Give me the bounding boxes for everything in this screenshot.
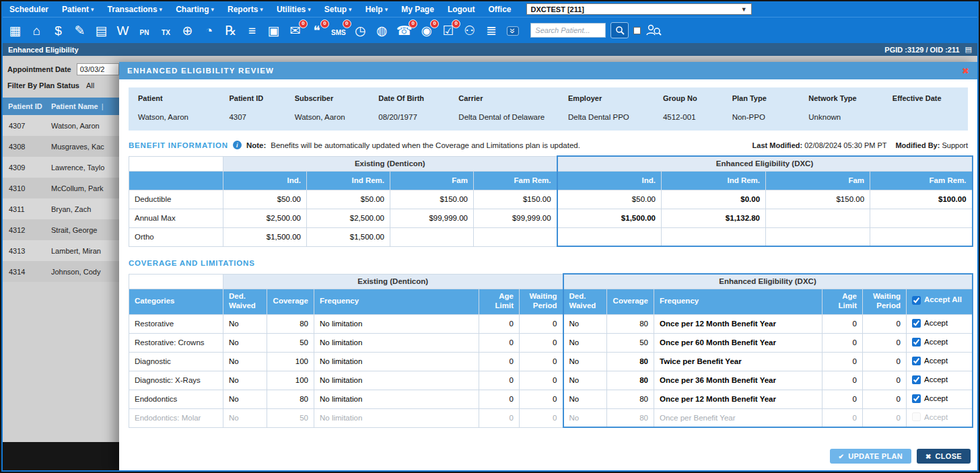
benefit-enhanced-cell <box>557 227 662 246</box>
accept-all-label: Accept All <box>924 295 962 305</box>
update-plan-button[interactable]: ✔ UPDATE PLAN <box>830 449 911 464</box>
search-button[interactable] <box>610 22 629 38</box>
info-field-label: Carrier <box>458 94 561 105</box>
patient-id-header[interactable]: Patient ID <box>3 102 51 110</box>
web-eligibility-icon[interactable]: ◉0 <box>419 24 433 37</box>
patient-row[interactable]: 4307Watson, Aaron <box>3 115 119 136</box>
rx-icon[interactable]: ℞ <box>223 24 238 37</box>
treatment-plan-icon[interactable]: TX <box>159 24 173 37</box>
existing-group-header: Existing (Denticon) <box>223 274 563 289</box>
patient-eligibility-search-icon[interactable] <box>645 24 662 37</box>
info-icon: i <box>233 141 242 149</box>
menu-item-label: Reports <box>228 5 258 14</box>
accept-label: Accept <box>924 319 948 327</box>
accept-checkbox[interactable] <box>912 319 921 328</box>
coverage-enhanced-cell: No <box>563 371 607 390</box>
close-icon[interactable]: ✖ <box>962 66 969 76</box>
patient-table: Patient ID Patient Name | 4307Watson, Aa… <box>3 98 119 282</box>
benefit-header-row: Ind. Ind Rem. Fam Fam Rem. Ind. Ind Rem.… <box>129 171 973 190</box>
accept-checkbox[interactable] <box>912 375 921 384</box>
patient-row[interactable]: 4314Johnson, Cody <box>3 261 119 282</box>
accept-cell: Accept <box>907 408 973 427</box>
menu-item-patient[interactable]: Patient▾ <box>62 5 94 14</box>
documents-icon[interactable]: ▣ <box>267 24 281 37</box>
info-field-label: Employer <box>568 94 656 105</box>
accept-cell: Accept <box>907 314 973 333</box>
patient-row[interactable]: 4308Musgraves, Kac <box>3 136 119 157</box>
menu-item-utilities[interactable]: Utilities▾ <box>277 5 311 14</box>
plan-status-filter-value[interactable]: All <box>86 81 94 89</box>
toolbar: ▦⌂$✎▤WPNTX⊕◔℞≡▣✉0❝0SMS0◷◍☎0◉0☑0⚇≣» <box>1 17 979 43</box>
caret-down-icon: ▾ <box>211 6 214 13</box>
menu-item-charting[interactable]: Charting▾ <box>176 5 214 14</box>
accept-checkbox[interactable] <box>912 394 921 403</box>
word-doc-icon[interactable]: W <box>116 24 130 37</box>
accept-control[interactable]: Accept <box>912 375 948 384</box>
world-clock-icon-glyph: ◍ <box>376 24 388 38</box>
coverage-enhanced-cell: Once per 12 Month Benefit Year <box>654 390 823 408</box>
search-option-checkbox[interactable] <box>633 27 641 34</box>
accept-control[interactable]: Accept <box>912 357 948 365</box>
app-window: SchedulerPatient▾Transactions▾Charting▾R… <box>0 0 980 473</box>
menu-item-logout[interactable]: Logout <box>448 5 475 14</box>
print-icon[interactable]: ≣ <box>484 24 498 37</box>
support-icon[interactable]: ☎0 <box>396 24 413 37</box>
patient-row[interactable]: 4311Bryan, Zach <box>3 198 119 219</box>
menu-item-reports[interactable]: Reports▾ <box>228 5 263 14</box>
menu-item-scheduler[interactable]: Scheduler <box>9 5 48 14</box>
menu-item-setup[interactable]: Setup▾ <box>324 5 352 14</box>
time-clock-icon[interactable]: ◷ <box>353 24 368 37</box>
notification-badge: 0 <box>452 20 460 28</box>
existing-group-header: Existing (Denticon) <box>223 156 557 171</box>
coverage-enhanced-cell: 0 <box>823 371 863 390</box>
patient-row[interactable]: 4313Lambert, Miran <box>3 240 119 261</box>
office-select[interactable]: DXCTEST [211] ▼ <box>526 3 752 15</box>
menu-item-label: Transactions <box>108 5 158 14</box>
accept-control[interactable]: Accept <box>912 338 948 347</box>
collapse-icon[interactable]: » <box>505 24 520 37</box>
accept-all-checkbox[interactable] <box>912 296 921 305</box>
patient-name-header[interactable]: Patient Name | <box>51 102 119 110</box>
world-clock-icon[interactable]: ◍ <box>375 24 389 37</box>
col-coverage: Coverage <box>267 289 314 314</box>
menu-item-office[interactable]: Office <box>489 5 512 14</box>
patient-row[interactable]: 4312Strait, George <box>3 219 119 240</box>
schedule-icon[interactable]: ▦ <box>8 24 22 37</box>
clipboard-icon[interactable]: ▤ <box>94 24 108 37</box>
menu-item-help[interactable]: Help▾ <box>365 5 388 14</box>
progress-notes-icon[interactable]: PN <box>137 24 151 37</box>
accept-checkbox[interactable] <box>912 357 921 365</box>
patient-row[interactable]: 4309Lawrence, Taylo <box>3 157 119 178</box>
coverage-existing-cell: 50 <box>267 408 314 427</box>
patient-name-cell: Lawrence, Taylo <box>51 163 119 172</box>
caret-down-icon: ▾ <box>160 6 163 13</box>
col-frequency: Frequency <box>314 289 479 314</box>
calendar-verify-icon[interactable]: ☑0 <box>441 24 455 37</box>
menu-items: SchedulerPatient▾Transactions▾Charting▾R… <box>9 5 512 14</box>
patient-lookup-icon[interactable]: ◔ <box>202 24 216 37</box>
outbound-mail-icon[interactable]: ✉0 <box>288 24 302 37</box>
patient-id-cell: 4307 <box>3 122 51 130</box>
patient-lookup-icon-glyph: ◔ <box>205 24 213 38</box>
menu-item-transactions[interactable]: Transactions▾ <box>108 5 163 14</box>
home-icon[interactable]: ⌂ <box>30 24 44 37</box>
patient-search-input[interactable] <box>530 23 606 38</box>
payments-icon[interactable]: $ <box>51 24 65 37</box>
close-button[interactable]: ✖ CLOSE <box>917 449 971 464</box>
accept-control[interactable]: Accept <box>912 319 948 328</box>
accept-control[interactable]: Accept <box>912 394 948 403</box>
benefit-group-row: Existing (Denticon) Enhanced Eligibility… <box>129 156 973 171</box>
sms-icon[interactable]: SMS0 <box>331 24 346 37</box>
menu-item-my-page[interactable]: My Page <box>401 5 434 14</box>
add-patient-icon[interactable]: ⊕ <box>180 24 195 37</box>
family-icon[interactable]: ⚇ <box>462 24 477 37</box>
patient-row[interactable]: 4310McCollum, Park <box>3 178 119 198</box>
pg-list-icon[interactable]: ▤ <box>965 45 972 54</box>
appointment-date-input[interactable]: 03/03/2 <box>77 63 119 75</box>
accept-checkbox[interactable] <box>912 338 921 347</box>
chat-icon[interactable]: ❝0 <box>310 24 324 37</box>
edit-icon[interactable]: ✎ <box>73 24 87 37</box>
coverage-enhanced-cell: 80 <box>607 408 654 427</box>
memo-icon[interactable]: ≡ <box>245 24 259 37</box>
patient-table-header: Patient ID Patient Name | <box>3 98 119 115</box>
